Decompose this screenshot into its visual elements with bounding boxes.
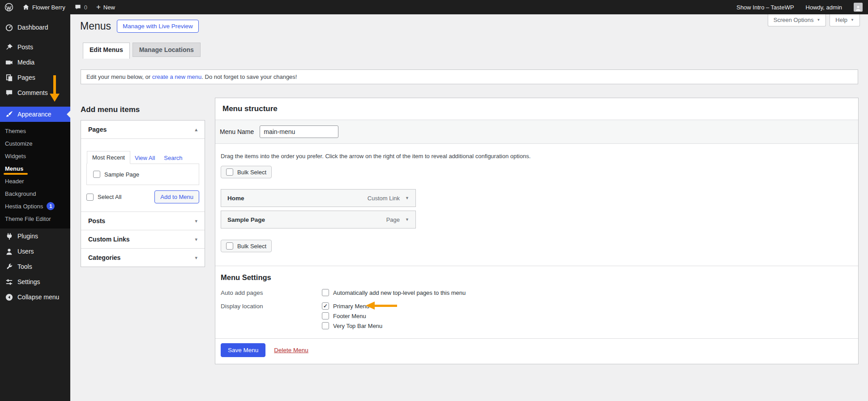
comments-bubble[interactable]: 0 — [70, 0, 92, 14]
collapse-menu-button[interactable]: Collapse menu — [0, 289, 70, 305]
sidebar-item-appearance[interactable]: Appearance — [0, 107, 70, 122]
show-intro-link[interactable]: Show Intro – TasteWP — [736, 0, 794, 14]
add-menu-items-column: Add menu items Pages ▴ Most Recent View … — [81, 105, 205, 267]
sidebar-item-label: Posts — [17, 43, 33, 51]
submenu-item-header[interactable]: Header — [0, 175, 70, 187]
sidebar-item-settings[interactable]: Settings — [0, 274, 70, 289]
submenu-item-theme-file-editor[interactable]: Theme File Editor — [0, 212, 70, 225]
new-label: New — [103, 4, 115, 11]
submenu-label: Themes — [5, 128, 26, 134]
menu-item-sample-page[interactable]: Sample Page Page ▼ — [221, 211, 416, 229]
hestia-notification-badge: 1 — [47, 202, 55, 210]
sliders-icon — [5, 278, 13, 286]
sidebar-item-tools[interactable]: Tools — [0, 259, 70, 274]
page-checklist-item[interactable]: ✓ Sample Page — [93, 171, 192, 178]
delete-menu-link[interactable]: Delete Menu — [274, 347, 308, 354]
submenu-item-background[interactable]: Background — [0, 187, 70, 200]
sidebar-item-comments[interactable]: Comments — [0, 85, 70, 100]
submenu-label: Widgets — [5, 153, 26, 160]
sidebar-item-label: Dashboard — [17, 24, 48, 31]
expand-item-icon[interactable]: ▼ — [405, 196, 409, 200]
comment-bubble-icon — [74, 4, 81, 11]
manage-live-preview-button[interactable]: Manage with Live Preview — [117, 20, 199, 33]
option-label: Footer Menu — [333, 313, 366, 319]
tab-edit-menus[interactable]: Edit Menus — [83, 43, 130, 59]
checkbox-bulk-select-bottom[interactable]: ✓ — [226, 242, 233, 250]
avatar[interactable] — [854, 3, 863, 12]
subtab-search[interactable]: Search — [159, 152, 187, 164]
location-option-primary-menu[interactable]: ✓ Primary Menu — [322, 302, 382, 310]
checkbox-primary-menu[interactable]: ✓ — [322, 302, 329, 310]
pages-accordion-body: Most Recent View All Search ✓ Sample Pag… — [81, 138, 205, 211]
add-to-menu-button[interactable]: Add to Menu — [154, 190, 199, 203]
option-label: Primary Menu — [333, 303, 369, 310]
notice-text-after: . Do not forget to save your changes! — [201, 73, 297, 80]
admin-sidebar: Dashboard Posts Media Pages Comments App… — [0, 14, 70, 401]
sidebar-item-media[interactable]: Media — [0, 55, 70, 70]
submenu-item-hestia-options[interactable]: Hestia Options 1 — [0, 200, 70, 212]
submenu-item-themes[interactable]: Themes — [0, 125, 70, 137]
appearance-submenu: Themes Customize Widgets Menus Header Ba… — [0, 122, 70, 229]
sidebar-item-label: Users — [17, 248, 34, 255]
chevron-down-icon: ▾ — [195, 255, 197, 261]
howdy-account-menu[interactable]: Howdy, admin — [806, 0, 842, 14]
wordpress-logo-icon[interactable] — [0, 0, 18, 14]
new-content-menu[interactable]: + New — [92, 0, 120, 14]
sidebar-item-label: Appearance — [17, 111, 51, 118]
sidebar-item-dashboard[interactable]: Dashboard — [0, 20, 70, 35]
screen-options-button[interactable]: Screen Options ▼ — [768, 13, 826, 26]
save-menu-button[interactable]: Save Menu — [221, 343, 265, 357]
bulk-select-toggle-bottom[interactable]: ✓ Bulk Select — [221, 240, 272, 252]
help-button[interactable]: Help ▼ — [830, 13, 860, 26]
page-item-label: Sample Page — [104, 171, 139, 178]
page-header: Menus Manage with Live Preview — [80, 20, 199, 33]
checkbox-very-top-bar-menu[interactable]: ✓ — [322, 322, 329, 329]
accordion-pages-header[interactable]: Pages ▴ — [81, 121, 205, 138]
plugin-icon — [5, 232, 13, 241]
accordion-title: Pages — [88, 126, 107, 133]
help-label: Help — [835, 17, 847, 23]
nav-tabs: Edit Menus Manage Locations — [83, 43, 201, 59]
divider — [215, 266, 858, 266]
submenu-item-menus[interactable]: Menus — [0, 162, 70, 175]
bulk-select-toggle-top[interactable]: ✓ Bulk Select — [221, 166, 272, 178]
accordion-categories-header[interactable]: Categories ▾ — [81, 248, 205, 267]
checkbox-sample-page[interactable]: ✓ — [93, 171, 100, 178]
create-new-menu-link[interactable]: create a new menu — [152, 73, 202, 80]
tab-manage-locations[interactable]: Manage Locations — [133, 43, 201, 57]
menu-item-label: Home — [227, 195, 244, 202]
pages-checklist: ✓ Sample Page — [86, 164, 199, 185]
checkbox-bulk-select-top[interactable]: ✓ — [226, 168, 233, 176]
location-option-footer-menu[interactable]: ✓ Footer Menu — [322, 312, 382, 319]
add-menu-items-heading: Add menu items — [81, 105, 205, 114]
expand-item-icon[interactable]: ▼ — [405, 217, 409, 222]
location-option-very-top-bar-menu[interactable]: ✓ Very Top Bar Menu — [322, 322, 382, 329]
menu-structure-body: Drag the items into the order you prefer… — [215, 144, 858, 364]
comment-count: 0 — [84, 4, 87, 11]
sidebar-item-pages[interactable]: Pages — [0, 70, 70, 85]
sidebar-item-label: Media — [17, 59, 34, 66]
checkbox-footer-menu[interactable]: ✓ — [322, 312, 329, 319]
auto-add-pages-option[interactable]: ✓ Automatically add new top-level pages … — [322, 289, 466, 296]
subtab-view-all[interactable]: View All — [130, 152, 159, 164]
submenu-item-widgets[interactable]: Widgets — [0, 150, 70, 162]
submenu-item-customize[interactable]: Customize — [0, 137, 70, 150]
sidebar-item-plugins[interactable]: Plugins — [0, 229, 70, 244]
bulk-select-label: Bulk Select — [237, 169, 266, 176]
howdy-label: Howdy, admin — [806, 4, 842, 11]
accordion-custom-links-header[interactable]: Custom Links ▾ — [81, 230, 205, 248]
menu-name-label: Menu Name — [220, 128, 254, 135]
sidebar-item-users[interactable]: Users — [0, 244, 70, 259]
checkbox-select-all[interactable]: ✓ — [86, 194, 94, 201]
subtab-most-recent[interactable]: Most Recent — [87, 151, 130, 164]
accordion-posts-header[interactable]: Posts ▾ — [81, 211, 205, 230]
submenu-label: Header — [5, 178, 24, 185]
menu-name-input[interactable] — [260, 125, 338, 138]
person-icon — [855, 4, 862, 12]
media-icon — [5, 58, 13, 67]
sidebar-item-posts[interactable]: Posts — [0, 39, 70, 55]
menu-item-home[interactable]: Home Custom Link ▼ — [221, 189, 416, 207]
select-all-control[interactable]: ✓ Select All — [86, 194, 121, 201]
site-menu[interactable]: Flower Berry — [18, 0, 70, 14]
checkbox-auto-add-pages[interactable]: ✓ — [322, 289, 329, 296]
